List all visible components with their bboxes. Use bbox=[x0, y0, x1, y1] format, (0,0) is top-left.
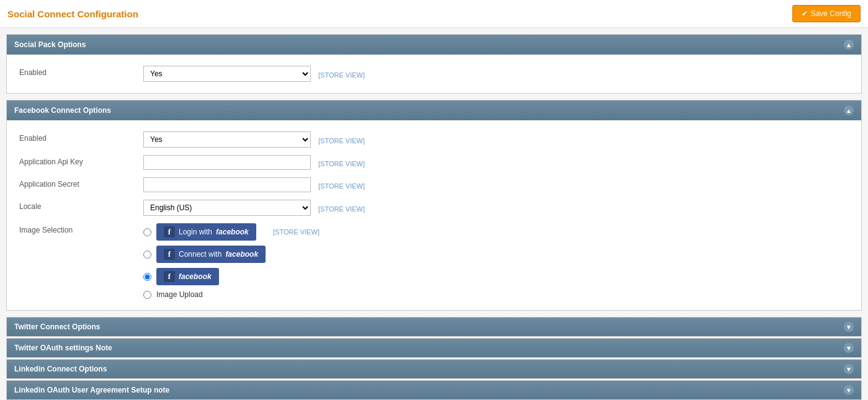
save-check-icon: ✔ bbox=[802, 9, 808, 18]
fb-login-button[interactable]: f Login with facebook bbox=[156, 223, 256, 241]
twitter-oauth-section: Twitter OAuth settings Note ▼ bbox=[6, 338, 862, 358]
facebook-connect-body: Enabled Yes No [STORE VIEW] Application … bbox=[7, 120, 861, 310]
social-pack-toggle-icon: ▲ bbox=[844, 40, 854, 50]
linkedin-connect-label: Linkedin Connect Options bbox=[14, 365, 107, 373]
fb-locale-control: English (US) English (UK) French German … bbox=[143, 200, 365, 216]
fb-enabled-store-view: [STORE VIEW] bbox=[318, 135, 365, 144]
save-config-label: Save Config bbox=[811, 9, 851, 18]
fb-api-key-control: [STORE VIEW] bbox=[143, 155, 365, 170]
image-radio-facebook[interactable] bbox=[143, 273, 151, 281]
twitter-connect-label: Twitter Connect Options bbox=[14, 322, 100, 331]
fb-image-selection-label: Image Selection bbox=[19, 223, 143, 234]
twitter-connect-header[interactable]: Twitter Connect Options ▼ bbox=[7, 318, 861, 336]
image-radio-upload[interactable] bbox=[143, 291, 151, 299]
facebook-connect-toggle-icon: ▲ bbox=[844, 105, 854, 115]
social-pack-enabled-row: Enabled Yes No [STORE VIEW] bbox=[7, 62, 861, 86]
fb-image-selection-control: f Login with facebook f Connect with fac… bbox=[143, 223, 320, 299]
facebook-connect-section: Facebook Connect Options ▲ Enabled Yes N… bbox=[6, 100, 862, 311]
fb-login-label-bold: facebook bbox=[216, 228, 249, 236]
linkedin-oauth-label: Linkedin OAuth User Agreement Setup note bbox=[14, 386, 169, 394]
image-radio-connect[interactable] bbox=[143, 251, 151, 259]
image-radio-login[interactable] bbox=[143, 228, 151, 236]
fb-api-key-label: Application Api Key bbox=[19, 155, 143, 166]
twitter-connect-toggle: ▼ bbox=[844, 322, 854, 332]
twitter-oauth-header[interactable]: Twitter OAuth settings Note ▼ bbox=[7, 339, 861, 357]
linkedin-connect-toggle: ▼ bbox=[844, 364, 854, 374]
linkedin-oauth-section: Linkedin OAuth User Agreement Setup note… bbox=[6, 380, 862, 400]
fb-locale-row: Locale English (US) English (UK) French … bbox=[7, 196, 861, 220]
fb-image-store-view: [STORE VIEW] bbox=[273, 226, 320, 236]
social-pack-enabled-control: Yes No [STORE VIEW] bbox=[143, 66, 365, 82]
save-config-button[interactable]: ✔ Save Config bbox=[792, 5, 861, 22]
image-selection-group: f Login with facebook f Connect with fac… bbox=[143, 223, 266, 299]
twitter-connect-section: Twitter Connect Options ▼ bbox=[6, 317, 862, 337]
fb-api-key-row: Application Api Key [STORE VIEW] bbox=[7, 151, 861, 174]
fb-image-selection-row: Image Selection f Login with facebook bbox=[7, 220, 861, 303]
image-option-facebook: f facebook bbox=[143, 268, 266, 285]
social-pack-header[interactable]: Social Pack Options ▲ bbox=[7, 35, 861, 55]
fb-api-key-store-view: [STORE VIEW] bbox=[318, 158, 365, 167]
social-pack-body: Enabled Yes No [STORE VIEW] bbox=[7, 55, 861, 93]
fb-connect-label-bold: facebook bbox=[225, 250, 258, 259]
fb-facebook-button[interactable]: f facebook bbox=[156, 268, 219, 285]
social-pack-section: Social Pack Options ▲ Enabled Yes No [ST… bbox=[6, 34, 862, 94]
linkedin-connect-header[interactable]: Linkedin Connect Options ▼ bbox=[7, 360, 861, 378]
fb-secret-row: Application Secret [STORE VIEW] bbox=[7, 174, 861, 196]
fb-login-icon: f bbox=[164, 226, 175, 238]
fb-locale-store-view: [STORE VIEW] bbox=[318, 203, 365, 213]
page-header: Social Connect Configuration ✔ Save Conf… bbox=[0, 0, 868, 28]
fb-enabled-control: Yes No [STORE VIEW] bbox=[143, 131, 365, 148]
twitter-oauth-label: Twitter OAuth settings Note bbox=[14, 344, 112, 352]
fb-connect-icon: f bbox=[164, 249, 175, 260]
facebook-connect-header[interactable]: Facebook Connect Options ▲ bbox=[7, 100, 861, 120]
fb-enabled-select[interactable]: Yes No bbox=[143, 131, 311, 148]
social-pack-store-view: [STORE VIEW] bbox=[318, 69, 365, 79]
twitter-oauth-toggle: ▼ bbox=[844, 343, 854, 353]
page-title: Social Connect Configuration bbox=[7, 9, 138, 19]
fb-connect-label-normal: Connect with bbox=[179, 250, 221, 259]
fb-connect-button[interactable]: f Connect with facebook bbox=[156, 246, 266, 263]
linkedin-oauth-toggle: ▼ bbox=[844, 385, 854, 395]
fb-enabled-row: Enabled Yes No [STORE VIEW] bbox=[7, 128, 861, 151]
fb-facebook-label: facebook bbox=[179, 272, 212, 281]
fb-secret-store-view: [STORE VIEW] bbox=[318, 180, 365, 190]
fb-login-label-normal: Login with bbox=[179, 228, 212, 236]
image-upload-label: Image Upload bbox=[156, 290, 203, 299]
fb-locale-select[interactable]: English (US) English (UK) French German … bbox=[143, 200, 311, 216]
linkedin-connect-section: Linkedin Connect Options ▼ bbox=[6, 359, 862, 379]
social-pack-title: Social Pack Options bbox=[14, 40, 86, 49]
fb-secret-control: [STORE VIEW] bbox=[143, 177, 365, 192]
image-option-connect: f Connect with facebook bbox=[143, 246, 266, 263]
fb-secret-label: Application Secret bbox=[19, 177, 143, 189]
main-content: Social Pack Options ▲ Enabled Yes No [ST… bbox=[0, 28, 868, 400]
facebook-connect-title: Facebook Connect Options bbox=[14, 106, 111, 115]
image-option-login: f Login with facebook bbox=[143, 223, 266, 241]
fb-locale-label: Locale bbox=[19, 200, 143, 211]
social-pack-enabled-select[interactable]: Yes No bbox=[143, 66, 311, 82]
fb-secret-input[interactable] bbox=[143, 177, 311, 192]
fb-enabled-label: Enabled bbox=[19, 131, 143, 143]
fb-facebook-icon: f bbox=[164, 271, 175, 282]
bottom-sections: Twitter Connect Options ▼ Twitter OAuth … bbox=[6, 317, 862, 400]
linkedin-oauth-header[interactable]: Linkedin OAuth User Agreement Setup note… bbox=[7, 381, 861, 399]
fb-api-key-input[interactable] bbox=[143, 155, 311, 170]
image-option-upload: Image Upload bbox=[143, 290, 266, 299]
social-pack-enabled-label: Enabled bbox=[19, 66, 143, 77]
